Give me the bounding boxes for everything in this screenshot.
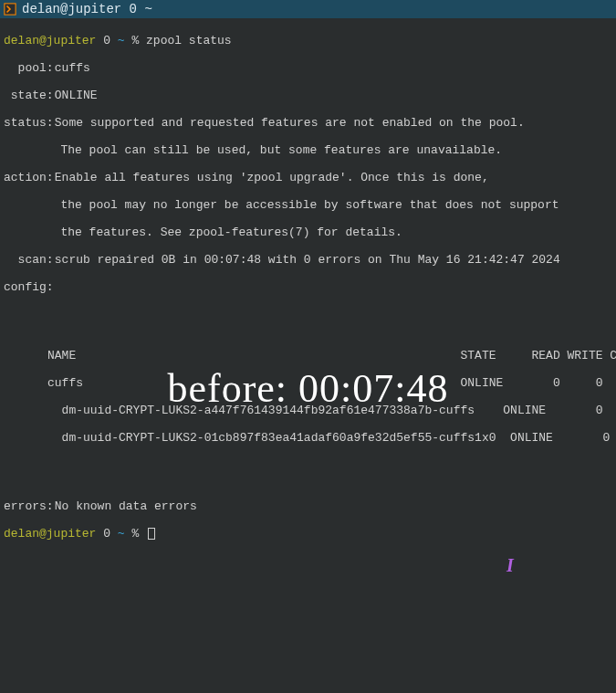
output-state: state: ONLINE xyxy=(4,89,612,102)
output-action-2: the pool may no longer be accessible by … xyxy=(4,198,612,212)
output-pool: pool: cuffs xyxy=(4,61,612,75)
blank-line xyxy=(4,472,612,486)
mouse-text-cursor: I xyxy=(506,555,514,576)
blank-line xyxy=(4,308,612,321)
overlay-caption: before: 00:07:48 xyxy=(0,365,616,412)
terminal-app-icon xyxy=(4,3,16,16)
command-text: zpool status xyxy=(146,34,232,47)
window-title: delan@jupiter 0 ~ xyxy=(22,2,152,16)
output-status-2: The pool can still be used, but some fea… xyxy=(4,143,612,157)
terminal-cursor xyxy=(148,528,155,540)
terminal-content[interactable]: delan@jupiter 0 ~ % zpool status pool: c… xyxy=(0,18,616,556)
output-config-label: config: xyxy=(4,280,612,294)
prompt-user: delan@jupiter xyxy=(4,527,96,541)
prompt-symbol: % xyxy=(125,527,146,541)
output-action-1: action: Enable all features using 'zpool… xyxy=(4,171,612,184)
prompt-line-1: delan@jupiter 0 ~ % zpool status xyxy=(4,34,612,47)
prompt-user: delan@jupiter xyxy=(4,34,96,47)
table-row: dm-uuid-CRYPT-LUKS2-01cb897f83ea41adaf60… xyxy=(47,431,612,445)
window-titlebar: delan@jupiter 0 ~ xyxy=(0,0,616,18)
output-errors: errors: No known data errors xyxy=(4,499,612,513)
prompt-cwd: ~ xyxy=(118,34,125,47)
prompt-cwd: ~ xyxy=(118,527,125,541)
output-action-3: the features. See zpool-features(7) for … xyxy=(4,226,612,239)
output-status-1: status: Some supported and requested fea… xyxy=(4,116,612,130)
prompt-symbol: % xyxy=(125,34,146,47)
prompt-return-code: 0 xyxy=(96,527,117,541)
output-scan: scan: scrub repaired 0B in 00:07:48 with… xyxy=(4,253,612,267)
table-header: NAME STATE READ WRITE CKSUM xyxy=(47,349,612,362)
prompt-return-code: 0 xyxy=(96,34,117,47)
prompt-line-2: delan@jupiter 0 ~ % xyxy=(4,527,612,541)
